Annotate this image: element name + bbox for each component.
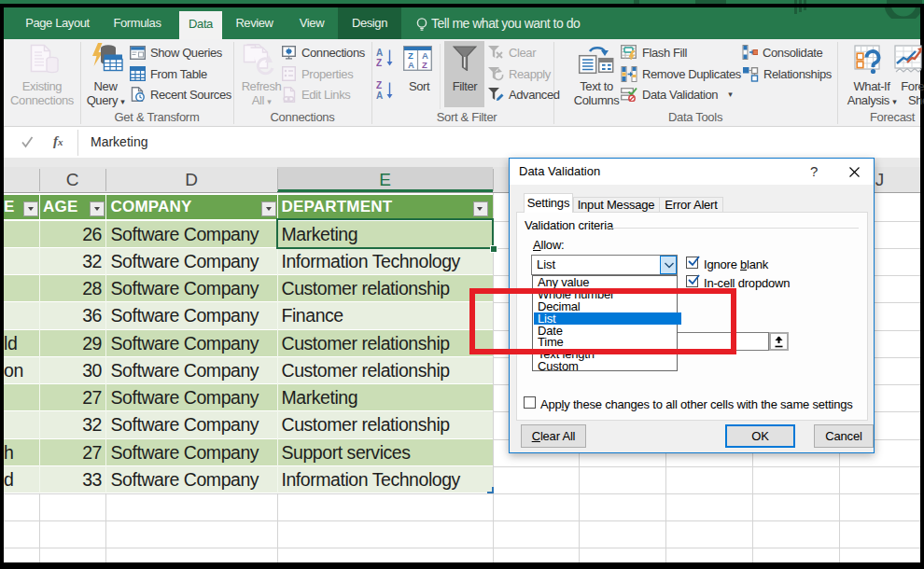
svg-text:Z: Z bbox=[376, 58, 382, 67]
svg-text:Z: Z bbox=[422, 60, 427, 70]
svg-text:A: A bbox=[408, 60, 414, 70]
svg-text:A: A bbox=[376, 90, 383, 100]
svg-text:Z: Z bbox=[376, 80, 382, 90]
svg-text:A: A bbox=[376, 48, 383, 58]
